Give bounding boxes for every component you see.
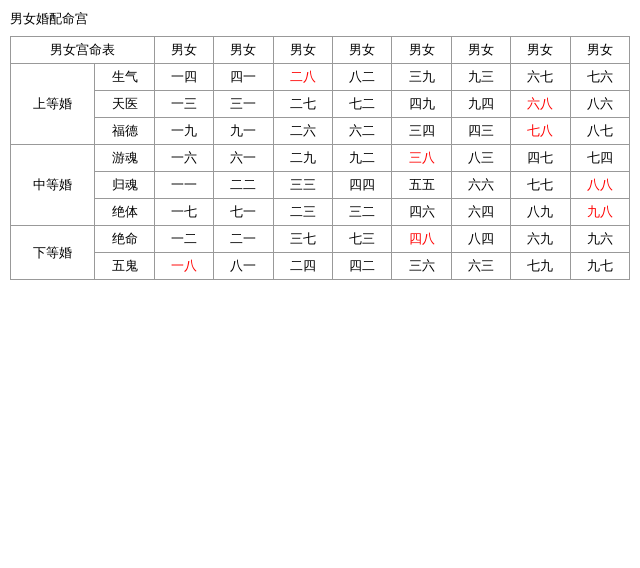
data-cell: 九八	[570, 199, 629, 226]
data-cell: 四三	[451, 118, 510, 145]
data-cell: 一二	[154, 226, 213, 253]
data-cell: 一九	[154, 118, 213, 145]
data-cell: 七八	[511, 118, 570, 145]
sub-category-cell: 五鬼	[95, 253, 154, 280]
sub-category-cell: 福德	[95, 118, 154, 145]
data-cell: 六三	[451, 253, 510, 280]
table-row: 绝体一七七一二三三二四六六四八九九八	[11, 199, 630, 226]
data-cell: 六二	[332, 118, 391, 145]
data-cell: 二六	[273, 118, 332, 145]
sub-category-cell: 归魂	[95, 172, 154, 199]
data-cell: 三九	[392, 64, 451, 91]
table-row: 下等婚绝命一二二一三七七三四八八四六九九六	[11, 226, 630, 253]
data-cell: 四四	[332, 172, 391, 199]
data-cell: 七六	[570, 64, 629, 91]
data-cell: 九一	[214, 118, 273, 145]
table-row: 五鬼一八八一二四四二三六六三七九九七	[11, 253, 630, 280]
data-cell: 三一	[214, 91, 273, 118]
data-cell: 六九	[511, 226, 570, 253]
data-cell: 九三	[451, 64, 510, 91]
data-cell: 一四	[154, 64, 213, 91]
data-cell: 八一	[214, 253, 273, 280]
main-table: 男女宫命表 男女 男女 男女 男女 男女 男女 男女 男女 上等婚生气一四四一二…	[10, 36, 630, 280]
category-cell: 上等婚	[11, 64, 95, 145]
data-cell: 四六	[392, 199, 451, 226]
data-cell: 八九	[511, 199, 570, 226]
data-cell: 六七	[511, 64, 570, 91]
data-cell: 七九	[511, 253, 570, 280]
data-cell: 四九	[392, 91, 451, 118]
data-cell: 五五	[392, 172, 451, 199]
data-cell: 九二	[332, 145, 391, 172]
data-cell: 二七	[273, 91, 332, 118]
data-cell: 一一	[154, 172, 213, 199]
data-cell: 九七	[570, 253, 629, 280]
page-title: 男女婚配命宫	[10, 10, 630, 28]
header-label: 男女宫命表	[11, 37, 155, 64]
data-cell: 七四	[570, 145, 629, 172]
header-col-4: 男女	[332, 37, 391, 64]
table-row: 上等婚生气一四四一二八八二三九九三六七七六	[11, 64, 630, 91]
data-cell: 八四	[451, 226, 510, 253]
data-cell: 六一	[214, 145, 273, 172]
data-cell: 九六	[570, 226, 629, 253]
data-cell: 二二	[214, 172, 273, 199]
data-cell: 一七	[154, 199, 213, 226]
header-col-2: 男女	[214, 37, 273, 64]
data-cell: 二四	[273, 253, 332, 280]
data-cell: 二九	[273, 145, 332, 172]
data-cell: 二三	[273, 199, 332, 226]
header-col-8: 男女	[570, 37, 629, 64]
data-cell: 四七	[511, 145, 570, 172]
data-cell: 三二	[332, 199, 391, 226]
data-cell: 七三	[332, 226, 391, 253]
table-row: 福德一九九一二六六二三四四三七八八七	[11, 118, 630, 145]
data-cell: 三六	[392, 253, 451, 280]
sub-category-cell: 天医	[95, 91, 154, 118]
table-row: 天医一三三一二七七二四九九四六八八六	[11, 91, 630, 118]
data-cell: 九四	[451, 91, 510, 118]
data-cell: 三三	[273, 172, 332, 199]
data-cell: 一六	[154, 145, 213, 172]
data-cell: 七一	[214, 199, 273, 226]
data-cell: 七七	[511, 172, 570, 199]
data-cell: 四八	[392, 226, 451, 253]
sub-category-cell: 绝命	[95, 226, 154, 253]
table-header-row: 男女宫命表 男女 男女 男女 男女 男女 男女 男女 男女	[11, 37, 630, 64]
header-col-5: 男女	[392, 37, 451, 64]
data-cell: 八三	[451, 145, 510, 172]
data-cell: 六八	[511, 91, 570, 118]
header-col-1: 男女	[154, 37, 213, 64]
data-cell: 一八	[154, 253, 213, 280]
table-row: 归魂一一二二三三四四五五六六七七八八	[11, 172, 630, 199]
data-cell: 四二	[332, 253, 391, 280]
data-cell: 二八	[273, 64, 332, 91]
data-cell: 三七	[273, 226, 332, 253]
data-cell: 六六	[451, 172, 510, 199]
data-cell: 八七	[570, 118, 629, 145]
data-cell: 八六	[570, 91, 629, 118]
category-cell: 中等婚	[11, 145, 95, 226]
header-col-7: 男女	[511, 37, 570, 64]
sub-category-cell: 绝体	[95, 199, 154, 226]
data-cell: 八八	[570, 172, 629, 199]
table-row: 中等婚游魂一六六一二九九二三八八三四七七四	[11, 145, 630, 172]
data-cell: 三四	[392, 118, 451, 145]
data-cell: 三八	[392, 145, 451, 172]
data-cell: 七二	[332, 91, 391, 118]
sub-category-cell: 游魂	[95, 145, 154, 172]
header-col-6: 男女	[451, 37, 510, 64]
header-col-3: 男女	[273, 37, 332, 64]
data-cell: 四一	[214, 64, 273, 91]
category-cell: 下等婚	[11, 226, 95, 280]
data-cell: 六四	[451, 199, 510, 226]
data-cell: 一三	[154, 91, 213, 118]
data-cell: 二一	[214, 226, 273, 253]
sub-category-cell: 生气	[95, 64, 154, 91]
data-cell: 八二	[332, 64, 391, 91]
